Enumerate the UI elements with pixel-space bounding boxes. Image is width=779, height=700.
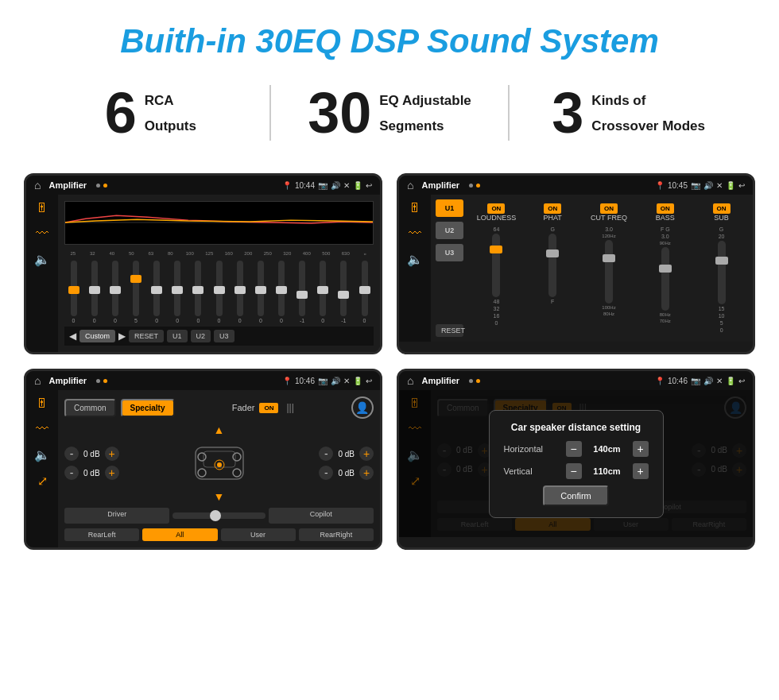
chevron-up-icon[interactable]: ▲ — [214, 423, 225, 436]
slider-9[interactable]: 0 — [231, 261, 249, 323]
slider-3[interactable]: 0 — [106, 261, 124, 323]
plus-2[interactable]: + — [105, 466, 119, 480]
camera-icon: 📷 — [318, 181, 327, 190]
reset-btn[interactable]: RESET — [129, 330, 164, 342]
slider-12[interactable]: -1 — [293, 261, 312, 323]
speaker-icon-2[interactable]: 🔈 — [407, 252, 423, 267]
slider-5[interactable]: 0 — [148, 261, 166, 323]
preset-u3[interactable]: U3 — [436, 244, 463, 261]
home-icon-3[interactable]: ⌂ — [34, 374, 41, 387]
plus-4[interactable]: + — [359, 466, 374, 480]
freq-more[interactable]: » — [357, 251, 374, 256]
wave-icon-2[interactable]: 〰 — [409, 226, 421, 241]
slider-10[interactable]: 0 — [251, 261, 269, 323]
minus-3[interactable]: - — [319, 447, 333, 461]
pin-icon: 📍 — [282, 181, 292, 190]
fader-on-badge[interactable]: ON — [259, 403, 278, 413]
on-badge-phat: ON PHAT — [526, 199, 579, 222]
x-icon-3: ✕ — [343, 377, 350, 385]
home-icon-1[interactable]: ⌂ — [34, 179, 41, 191]
confirm-button[interactable]: Confirm — [543, 485, 609, 506]
back-icon[interactable]: ↩ — [366, 181, 372, 190]
tab-common[interactable]: Common — [64, 399, 116, 417]
pin-icon-2: 📍 — [655, 181, 665, 190]
vslider-sub[interactable]: G 20 15 10 5 0 — [695, 226, 748, 337]
vertical-minus[interactable]: − — [566, 463, 582, 479]
time-4: 10:46 — [668, 377, 688, 385]
on-badge-cutfreq: ON CUT FREQ — [583, 199, 636, 222]
on-badge-bass: ON BASS — [638, 199, 692, 222]
app-title-2: Amplifier — [421, 180, 459, 190]
speaker-icon[interactable]: 🔈 — [34, 252, 50, 267]
stat-crossover: 3 Kinds of Crossover Modes — [525, 84, 731, 141]
status-icons-4: 📍 10:46 📷 🔊 ✕ 🔋 ↩ — [655, 377, 745, 385]
distance-screen-content: 🎚 〰 🔈 ⤢ Common Specialty ON ||| 👤 -0 dB+ — [399, 390, 753, 537]
slider-11[interactable]: 0 — [272, 261, 290, 323]
crossover-reset[interactable]: RESET — [436, 324, 463, 337]
minus-1[interactable]: - — [64, 447, 79, 461]
slider-8[interactable]: 0 — [210, 261, 228, 323]
horizontal-minus[interactable]: − — [566, 441, 582, 457]
btn-user[interactable]: User — [221, 528, 296, 541]
eq-icon-3[interactable]: 🎚 — [36, 396, 48, 411]
modal-row-vertical: Vertical − 110cm + — [504, 463, 649, 479]
time-2: 10:45 — [668, 181, 688, 190]
back-icon-2[interactable]: ↩ — [738, 181, 745, 190]
slider-15[interactable]: 0 — [355, 261, 374, 323]
app-title-3: Amplifier — [48, 376, 87, 385]
vslider-loudness[interactable]: 64 48 32 16 0 — [470, 226, 523, 337]
horizontal-plus[interactable]: + — [633, 441, 649, 457]
u1-btn[interactable]: U1 — [167, 330, 188, 342]
slider-7[interactable]: 0 — [189, 261, 207, 323]
btn-all[interactable]: All — [142, 528, 217, 541]
vslider-cutfreq[interactable]: 3.0 120Hz 100Hz 80Hz — [583, 226, 636, 337]
vert-sliders: 64 48 32 16 0 G F 3. — [470, 226, 748, 337]
slider-4[interactable]: 5 — [126, 261, 145, 323]
slider-1[interactable]: 0 — [64, 261, 83, 323]
u2-btn[interactable]: U2 — [191, 330, 211, 342]
expand-icon-3[interactable]: ⤢ — [37, 474, 48, 489]
next-icon[interactable]: ▶ — [118, 331, 126, 342]
slider-6[interactable]: 0 — [169, 261, 187, 323]
btn-rearleft[interactable]: RearLeft — [64, 528, 139, 541]
preset-custom[interactable]: Custom — [79, 330, 115, 342]
chevron-down-icon[interactable]: ▼ — [214, 490, 225, 503]
btn-rearright[interactable]: RearRight — [299, 528, 374, 541]
fader-bottom-btns-2: RearLeft All User RearRight — [64, 528, 374, 541]
wave-icon-3[interactable]: 〰 — [36, 422, 48, 436]
slider-14[interactable]: -1 — [335, 261, 353, 323]
plus-1[interactable]: + — [105, 447, 119, 461]
tab-specialty[interactable]: Specialty — [121, 399, 175, 417]
minus-2[interactable]: - — [64, 466, 79, 480]
back-icon-3[interactable]: ↩ — [366, 377, 372, 385]
home-icon-2[interactable]: ⌂ — [407, 179, 413, 191]
svg-point-5 — [198, 469, 206, 477]
slider-13[interactable]: 0 — [314, 261, 332, 323]
status-dots-2 — [469, 184, 480, 188]
battery-icon-2: 🔋 — [726, 181, 735, 190]
btn-driver[interactable]: Driver — [64, 508, 169, 524]
plus-3[interactable]: + — [359, 447, 374, 461]
home-icon-4[interactable]: ⌂ — [407, 374, 413, 387]
u3-btn[interactable]: U3 — [214, 330, 234, 342]
speaker-icon-3[interactable]: 🔈 — [34, 447, 50, 462]
battery-icon-4: 🔋 — [726, 377, 735, 385]
back-icon-4[interactable]: ↩ — [738, 377, 745, 385]
btn-copilot[interactable]: Copilot — [269, 508, 374, 524]
camera-icon-2: 📷 — [691, 181, 700, 190]
vertical-plus[interactable]: + — [633, 463, 649, 479]
minus-4[interactable]: - — [319, 466, 333, 480]
preset-u2[interactable]: U2 — [436, 222, 463, 239]
vslider-bass[interactable]: F G 3.0 90Hz 80Hz 70Hz — [638, 226, 692, 337]
slider-2[interactable]: 0 — [85, 261, 103, 323]
vslider-phat[interactable]: G F — [526, 226, 579, 337]
preset-u1[interactable]: U1 — [436, 199, 463, 217]
wave-icon[interactable]: 〰 — [36, 226, 48, 241]
fader-screen-content: 🎚 〰 🔈 ⤢ Common Specialty Fader ON ||| 👤 — [26, 390, 380, 547]
svg-point-6 — [233, 469, 241, 477]
eq-icon-2[interactable]: 🎚 — [409, 201, 421, 215]
profile-icon[interactable]: 👤 — [351, 396, 374, 419]
eq-icon[interactable]: 🎚 — [36, 201, 48, 215]
camera-icon-3: 📷 — [318, 377, 327, 385]
prev-icon[interactable]: ◀ — [69, 331, 76, 342]
